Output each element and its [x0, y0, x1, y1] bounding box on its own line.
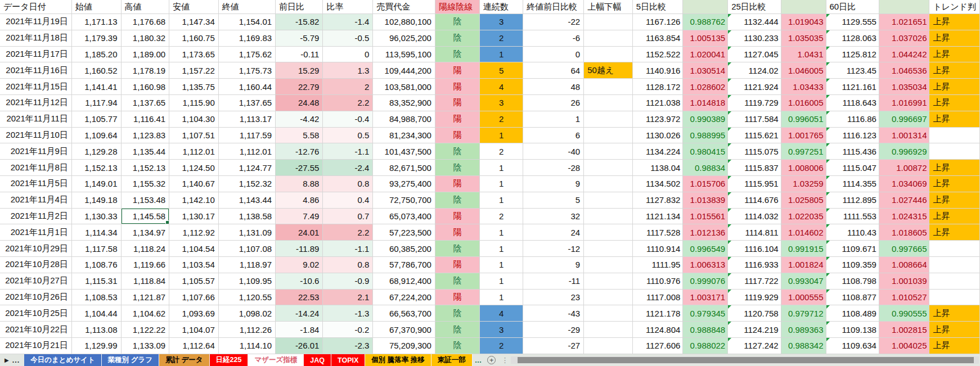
- cell-open[interactable]: 1,129.99: [72, 338, 122, 354]
- cell-low[interactable]: 1,112.01: [169, 143, 219, 160]
- cell-note[interactable]: [584, 273, 633, 290]
- cell-streak[interactable]: 1: [480, 224, 524, 241]
- cell-r25[interactable]: 1.03433: [781, 79, 826, 95]
- cell-note[interactable]: [584, 224, 633, 241]
- cell-date[interactable]: 2021年11月12日: [0, 95, 72, 111]
- cell-close[interactable]: 1,114.10: [219, 338, 276, 354]
- cell-trend[interactable]: 上昇: [929, 30, 980, 47]
- cell-date[interactable]: 2021年10月27日: [0, 273, 72, 290]
- cell-pct[interactable]: -0.2: [323, 322, 373, 338]
- cell-d5[interactable]: 1110.976: [633, 273, 684, 290]
- column-header-high[interactable]: 高値: [122, 0, 170, 14]
- cell-low[interactable]: 1,103.54: [169, 257, 219, 273]
- cell-candle[interactable]: 陰: [435, 305, 480, 322]
- sheet-tab-2[interactable]: 業種別 グラフ: [102, 354, 159, 366]
- cell-close[interactable]: 1,131.09: [219, 224, 276, 241]
- column-header-low[interactable]: 安値: [169, 0, 219, 14]
- cell-low[interactable]: 1,107.51: [169, 128, 219, 144]
- cell-date[interactable]: 2021年11月8日: [0, 160, 72, 176]
- cell-r25[interactable]: 1.008006: [781, 160, 826, 176]
- cell-trend[interactable]: 上昇: [929, 111, 980, 128]
- cell-high[interactable]: 1,119.66: [122, 257, 170, 273]
- cell-pct[interactable]: 0.8: [323, 176, 373, 192]
- cell-streak[interactable]: 2: [480, 338, 524, 354]
- cell-high[interactable]: 1,189.00: [122, 47, 170, 63]
- cell-streak[interactable]: 3: [480, 95, 524, 111]
- cell-trend[interactable]: [929, 143, 980, 160]
- cell-d25[interactable]: 1115.621: [728, 128, 781, 144]
- cell-d60[interactable]: 1121.161: [826, 79, 879, 95]
- cell-open[interactable]: 1,108.76: [72, 257, 122, 273]
- cell-streak[interactable]: 2: [480, 209, 524, 225]
- cell-diff[interactable]: 32: [523, 209, 584, 225]
- cell-value[interactable]: 72,750,700: [373, 192, 435, 209]
- cell-r5[interactable]: 0.98834: [683, 160, 728, 176]
- cell-r60[interactable]: 1.018605: [879, 224, 930, 241]
- cell-d60[interactable]: 1112.895: [826, 192, 879, 209]
- cell-r60[interactable]: 0.996697: [879, 111, 930, 128]
- cell-d25[interactable]: 1114.676: [728, 192, 781, 209]
- cell-pct[interactable]: 2.1: [323, 290, 373, 306]
- cell-streak[interactable]: 1: [480, 160, 524, 176]
- cell-d25[interactable]: 1117.722: [728, 273, 781, 290]
- cell-r60[interactable]: 1.024315: [879, 209, 930, 225]
- cell-date[interactable]: 2021年11月1日: [0, 224, 72, 241]
- cell-d60[interactable]: 1125.812: [826, 47, 879, 63]
- sheet-nav-more-icon[interactable]: ...: [12, 356, 20, 364]
- cell-value[interactable]: 67,370,900: [373, 322, 435, 338]
- cell-d25[interactable]: 1119.729: [728, 95, 781, 111]
- cell-streak[interactable]: 4: [480, 79, 524, 95]
- cell-candle[interactable]: 陽: [435, 257, 480, 273]
- cell-r5[interactable]: 1.020041: [683, 47, 728, 63]
- cell-d5[interactable]: 1121.038: [633, 95, 684, 111]
- cell-high[interactable]: 1,104.62: [122, 305, 170, 322]
- cell-r25[interactable]: 0.997251: [781, 143, 826, 160]
- cell-pct[interactable]: -0.9: [323, 273, 373, 290]
- cell-open[interactable]: 1,152.13: [72, 160, 122, 176]
- cell-candle[interactable]: 陰: [435, 241, 480, 257]
- cell-open[interactable]: 1,113.08: [72, 322, 122, 338]
- column-header-streak[interactable]: 連続数: [480, 0, 524, 14]
- cell-streak[interactable]: 1: [480, 241, 524, 257]
- cell-r5[interactable]: 1.030514: [683, 62, 728, 79]
- cell-diff[interactable]: 9: [523, 257, 584, 273]
- column-header-value[interactable]: 売買代金: [373, 0, 435, 14]
- cell-r25[interactable]: 0.988342: [781, 338, 826, 354]
- cell-d5[interactable]: 1124.804: [633, 322, 684, 338]
- cell-low[interactable]: 1,107.66: [169, 290, 219, 306]
- cell-r25[interactable]: 1.035035: [781, 30, 826, 47]
- cell-d25[interactable]: 1120.758: [728, 305, 781, 322]
- cell-trend[interactable]: 上昇: [929, 224, 980, 241]
- cell-r25[interactable]: 1.025805: [781, 192, 826, 209]
- cell-r25[interactable]: 1.03259: [781, 176, 826, 192]
- cell-value[interactable]: 57,786,700: [373, 257, 435, 273]
- cell-trend[interactable]: 上昇: [929, 176, 980, 192]
- cell-candle[interactable]: 陽: [435, 62, 480, 79]
- cell-change[interactable]: 24.48: [276, 95, 323, 111]
- cell-value[interactable]: 84,988,700: [373, 111, 435, 128]
- cell-high[interactable]: 1,135.44: [122, 143, 170, 160]
- column-header-trend[interactable]: トレンド判: [929, 0, 980, 14]
- cell-streak[interactable]: 5: [480, 62, 524, 79]
- cell-low[interactable]: 1,130.17: [169, 209, 219, 225]
- cell-d60[interactable]: 1109.359: [826, 257, 879, 273]
- cell-d60[interactable]: 1116.86: [826, 111, 879, 128]
- cell-high[interactable]: 1,121.87: [122, 290, 170, 306]
- cell-r60[interactable]: 1.021651: [879, 14, 930, 30]
- cell-r60[interactable]: 1.001314: [879, 128, 930, 144]
- cell-d5[interactable]: 1152.522: [633, 47, 684, 63]
- cell-pct[interactable]: 0.5: [323, 128, 373, 144]
- tab-overflow-ellipsis-icon[interactable]: …: [473, 356, 484, 364]
- column-header-pct[interactable]: 比率: [323, 0, 373, 14]
- cell-change[interactable]: -12.76: [276, 143, 323, 160]
- column-header-d25[interactable]: 25日比較: [728, 0, 781, 14]
- cell-note[interactable]: [584, 176, 633, 192]
- cell-close[interactable]: 1,154.01: [219, 14, 276, 30]
- cell-d60[interactable]: 1116.123: [826, 128, 879, 144]
- cell-r25[interactable]: 0.996051: [781, 111, 826, 128]
- cell-d25[interactable]: 1115.075: [728, 143, 781, 160]
- cell-note[interactable]: [584, 257, 633, 273]
- cell-open[interactable]: 1,105.77: [72, 111, 122, 128]
- cell-d5[interactable]: 1163.854: [633, 30, 684, 47]
- sheet-nav-arrow-icon[interactable]: ▶: [5, 357, 9, 363]
